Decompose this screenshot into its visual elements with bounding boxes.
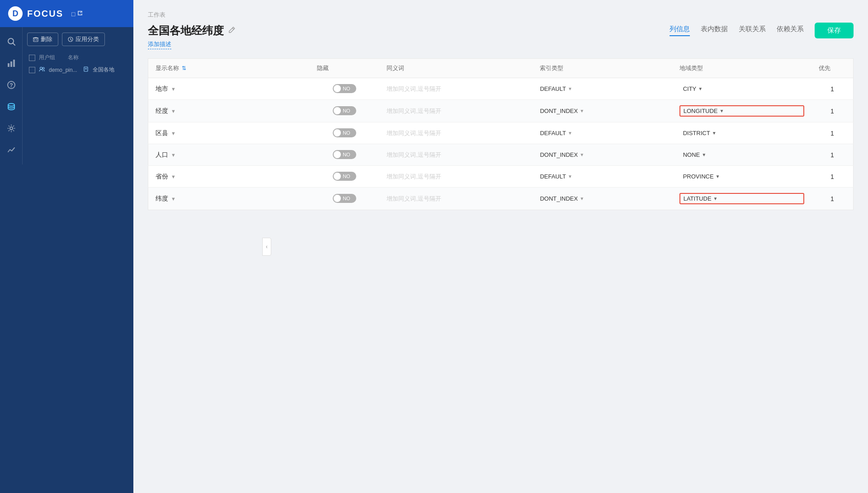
cell-index-0: DEFAULT ▼ [533, 78, 672, 100]
region-arrow-4[interactable]: ▼ [716, 174, 720, 179]
page-title: 全国各地经纬度 [148, 23, 224, 38]
cell-name-3: 人口 ▼ [148, 144, 288, 166]
sidebar-collapse-button[interactable]: ‹ [262, 238, 271, 256]
save-button[interactable]: 保存 [815, 23, 854, 38]
title-edit-icon[interactable] [228, 26, 236, 35]
region-select-0[interactable]: CITY ▼ [679, 84, 804, 94]
priority-value-1: 1 [830, 108, 834, 115]
tree-item-checkbox[interactable] [29, 67, 35, 73]
index-value-0: DEFAULT [540, 85, 566, 92]
alias-placeholder-4: 增加同义词,逗号隔开 [387, 173, 441, 180]
nav-help-icon[interactable]: ? [0, 75, 23, 95]
row-name-1: 经度 [156, 107, 168, 115]
cell-region-4: PROVINCE ▼ [672, 166, 811, 188]
cell-alias-5[interactable]: 增加同义词,逗号隔开 [379, 188, 533, 210]
classify-button[interactable]: 应用分类 [62, 33, 105, 46]
tab-table-data[interactable]: 表内数据 [701, 25, 728, 36]
region-arrow-0[interactable]: ▼ [698, 86, 703, 91]
region-select-4[interactable]: PROVINCE ▼ [679, 171, 804, 182]
index-arrow-4[interactable]: ▼ [568, 174, 572, 179]
cell-spacer-5 [288, 188, 310, 210]
region-arrow-2[interactable]: ▼ [712, 131, 717, 136]
region-arrow-3[interactable]: ▼ [702, 152, 706, 157]
index-arrow-0[interactable]: ▼ [568, 86, 572, 91]
columns-table: 显示名称 ⇅ 隐藏 同义词 索引类型 地域类型 优先 地市 ▼ [148, 58, 854, 210]
cell-spacer-1 [288, 100, 310, 122]
tree-header-checkbox[interactable] [29, 55, 35, 61]
cell-index-4: DEFAULT ▼ [533, 166, 672, 188]
name-dropdown-4[interactable]: ▼ [171, 174, 176, 179]
name-dropdown-3[interactable]: ▼ [171, 152, 176, 158]
delete-button[interactable]: 删除 [27, 33, 58, 46]
toggle-0[interactable]: NO [333, 84, 356, 93]
export-icon[interactable]: ⬜︎ [71, 10, 83, 18]
toggle-3[interactable]: NO [333, 150, 356, 159]
index-value-5: DONT_INDEX [540, 195, 578, 202]
table-row: 纬度 ▼ NO 增加同义词,逗号隔开 DONT_INDEX ▼ [148, 188, 854, 210]
name-dropdown-1[interactable]: ▼ [171, 108, 176, 114]
row-name-2: 区县 [156, 129, 168, 137]
region-select-5[interactable]: LATITUDE ▼ [679, 193, 804, 204]
region-value-3: NONE [683, 151, 700, 158]
cell-region-3: NONE ▼ [672, 144, 811, 166]
priority-value-0: 1 [830, 85, 834, 93]
tab-column-info[interactable]: 列信息 [670, 25, 690, 36]
index-arrow-3[interactable]: ▼ [580, 152, 584, 157]
tree-col1-header: 用户组 [39, 54, 55, 61]
tab-associations[interactable]: 关联关系 [739, 25, 766, 36]
region-select-2[interactable]: DISTRICT ▼ [679, 128, 804, 138]
toggle-circle-4 [334, 173, 341, 180]
index-arrow-5[interactable]: ▼ [580, 196, 584, 201]
toggle-2[interactable]: NO [333, 128, 356, 137]
sort-icon[interactable]: ⇅ [182, 65, 186, 71]
cell-alias-3[interactable]: 增加同义词,逗号隔开 [379, 144, 533, 166]
index-arrow-2[interactable]: ▼ [568, 131, 572, 136]
nav-settings-icon[interactable] [0, 118, 23, 138]
cell-region-2: DISTRICT ▼ [672, 122, 811, 144]
svg-text:?: ? [9, 82, 13, 89]
cell-alias-4[interactable]: 增加同义词,逗号隔开 [379, 166, 533, 188]
cell-index-3: DONT_INDEX ▼ [533, 144, 672, 166]
classify-label: 应用分类 [75, 35, 99, 43]
svg-rect-2 [8, 63, 9, 67]
nav-search-icon[interactable] [0, 32, 23, 52]
cell-hide-1: NO [310, 100, 379, 122]
alias-placeholder-3: 增加同义词,逗号隔开 [387, 151, 441, 158]
nav-data-icon[interactable] [0, 97, 23, 117]
region-arrow-5[interactable]: ▼ [713, 196, 718, 201]
cell-spacer-0 [288, 78, 310, 100]
add-description-link[interactable]: 添加描述 [148, 40, 171, 49]
toggle-1[interactable]: NO [333, 106, 356, 115]
cell-alias-0[interactable]: 增加同义词,逗号隔开 [379, 78, 533, 100]
cell-hide-0: NO [310, 78, 379, 100]
cell-priority-0: 1 [811, 78, 854, 100]
row-name-0: 地市 [156, 85, 168, 93]
toggle-circle-3 [334, 151, 341, 158]
priority-value-5: 1 [830, 195, 834, 202]
name-dropdown-0[interactable]: ▼ [171, 86, 176, 92]
name-dropdown-2[interactable]: ▼ [171, 131, 176, 136]
region-arrow-1[interactable]: ▼ [720, 108, 724, 113]
name-dropdown-5[interactable]: ▼ [171, 196, 176, 202]
th-priority: 优先 [811, 59, 854, 78]
cell-priority-2: 1 [811, 122, 854, 144]
breadcrumb: 工作表 [148, 11, 854, 19]
cell-hide-5: NO [310, 188, 379, 210]
nav-chart-icon[interactable] [0, 53, 23, 73]
toggle-circle-5 [334, 195, 341, 202]
page-header: 全国各地经纬度 列信息 表内数据 关联关系 [148, 23, 854, 38]
cell-alias-2[interactable]: 增加同义词,逗号隔开 [379, 122, 533, 144]
cell-name-5: 纬度 ▼ [148, 188, 288, 210]
cell-spacer-3 [288, 144, 310, 166]
cell-alias-1[interactable]: 增加同义词,逗号隔开 [379, 100, 533, 122]
tree-item-row[interactable]: demo_pin... 全国各地 [27, 64, 129, 76]
region-select-1[interactable]: LONGITUDE ▼ [679, 105, 804, 117]
nav-analytics-icon[interactable] [0, 140, 23, 160]
region-select-3[interactable]: NONE ▼ [679, 150, 804, 160]
toggle-4[interactable]: NO [333, 172, 356, 181]
region-value-2: DISTRICT [683, 130, 710, 136]
toggle-5[interactable]: NO [333, 194, 356, 203]
index-arrow-1[interactable]: ▼ [580, 108, 584, 113]
alias-placeholder-1: 增加同义词,逗号隔开 [387, 108, 441, 114]
tab-dependencies[interactable]: 依赖关系 [777, 25, 804, 36]
